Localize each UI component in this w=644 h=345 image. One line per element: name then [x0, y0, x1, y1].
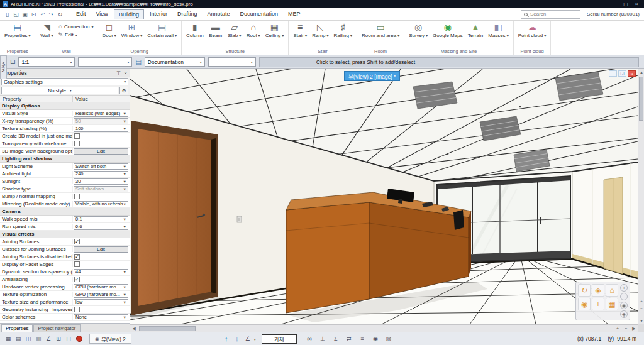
ortho-icon[interactable]: ⊥ [318, 334, 327, 343]
ribbon-button-properties[interactable]: ▤Properties▾ [3, 21, 32, 39]
model-space-icon[interactable]: ◻ [64, 334, 73, 343]
property-row[interactable]: Visual StyleRealistic (with edges)▼ [0, 110, 130, 118]
view-tab[interactable]: ◉ 뷰(View) 2 [89, 334, 131, 344]
property-dropdown[interactable]: Visible, with no refresh▼ [74, 201, 128, 207]
property-dropdown[interactable]: 44▼ [74, 269, 128, 275]
property-row[interactable]: Display of Facet Edges [0, 261, 130, 268]
tab-edit[interactable]: Edit [72, 9, 91, 19]
search-input[interactable]: Search [521, 10, 580, 19]
viewport-title-badge[interactable]: 뷰(View) 2 [Image] * [344, 71, 400, 81]
split-view-icon[interactable]: ◫ [24, 334, 33, 343]
new-file-icon[interactable]: ▯ [3, 11, 11, 18]
property-section-row[interactable]: Visual effects [0, 231, 130, 238]
chevron-down-icon[interactable]: ▾ [254, 337, 256, 341]
layout-icon[interactable]: ▤ [14, 334, 23, 343]
ribbon-button-railing[interactable]: ♯Railing▾ [332, 21, 354, 39]
visibility-icon[interactable]: ◉ [371, 334, 380, 343]
property-dropdown[interactable]: 0.6▼ [74, 224, 128, 230]
window-close-button[interactable]: × [631, 1, 641, 8]
property-row[interactable]: Bump / normal mapping [0, 193, 130, 200]
property-row[interactable]: Ambient light240▼ [0, 170, 130, 178]
tab-documentation[interactable]: Documentation [235, 9, 282, 19]
property-dropdown[interactable]: 0.1▼ [74, 216, 128, 222]
eye-icon[interactable]: ◉ [620, 302, 628, 309]
property-dropdown[interactable]: GPU (hardware mo...▼ [74, 292, 128, 298]
ribbon-button-ramp[interactable]: ◺Ramp▾ [310, 21, 330, 39]
3d-scene-canvas[interactable] [130, 69, 638, 324]
view-side-tab[interactable]: View [0, 55, 7, 79]
ribbon-button-roof[interactable]: ⌂Roof▾ [245, 21, 262, 39]
property-row[interactable]: X-ray transparency (%)50▼ [0, 118, 130, 125]
property-row[interactable]: Antialiasing✓ [0, 276, 130, 283]
open-file-icon[interactable]: ◱ [12, 11, 20, 18]
viewport-minimize-button[interactable]: ─ [609, 70, 617, 77]
property-section-row[interactable]: Lighting and shadow [0, 155, 130, 163]
property-row[interactable]: Color schemesNone▼ [0, 314, 130, 321]
property-row[interactable]: Texture size and performancelow▼ [0, 298, 130, 306]
ribbon-button-edit[interactable]: ✎Edit▾ [57, 31, 94, 38]
layers-view-icon[interactable]: ▦ [606, 298, 618, 310]
undo-icon[interactable]: ↶ [38, 11, 47, 18]
tab-annotate[interactable]: Annotate [203, 9, 234, 19]
property-row[interactable]: 3D Image View background optionsEdit [0, 148, 130, 155]
save-icon[interactable]: ▣ [21, 11, 29, 18]
property-section-row[interactable]: Display Options [0, 102, 130, 110]
viewport-restore-button[interactable]: ◱ [618, 70, 626, 77]
move-down-icon[interactable]: ↓ [233, 335, 242, 342]
vertical-scroll-thumb[interactable] [639, 77, 643, 121]
horizontal-scrollbar[interactable]: ◀ + − ▶ [130, 324, 638, 332]
ribbon-button-beam[interactable]: ▬Beam [207, 21, 225, 39]
command-input[interactable]: 가제 [262, 334, 297, 344]
redo-icon[interactable]: ↷ [47, 11, 55, 18]
ribbon-button-google-maps[interactable]: ◉Google Maps [431, 21, 465, 39]
pin-icon[interactable]: ⊤ [116, 70, 121, 76]
window-minimize-button[interactable]: ─ [610, 1, 620, 8]
property-row[interactable]: Hardware vertex processingGPU (hardware … [0, 283, 130, 291]
property-row[interactable]: Walk speed m/s0.1▼ [0, 216, 130, 223]
property-row[interactable]: Classes for Joining SurfacesEdit [0, 246, 130, 253]
property-row[interactable]: Geometry instancing - improves the... [0, 306, 130, 314]
tab-interior[interactable]: Interior [145, 9, 172, 19]
sum-icon[interactable]: Σ [331, 334, 340, 343]
property-section-row[interactable]: Camera [0, 208, 130, 216]
hatch-icon[interactable]: ▧ [384, 334, 393, 343]
property-row[interactable]: Texture optimizationGPU (hardware mo...▼ [0, 291, 130, 298]
edit-button[interactable]: Edit [74, 246, 128, 253]
cube-views-icon[interactable]: ◈ [592, 284, 604, 297]
ribbon-button-stair[interactable]: ≡Stair▾ [291, 21, 309, 39]
tab-drafting[interactable]: Drafting [173, 9, 202, 19]
property-dropdown[interactable]: Realistic (with edges)▼ [74, 111, 128, 117]
tab-building[interactable]: Building [114, 9, 144, 19]
filter-combo[interactable]: ▾ [208, 57, 256, 67]
ribbon-button-slab[interactable]: ▱Slab▾ [226, 21, 243, 39]
scroll-up-icon[interactable]: ▲ [638, 69, 644, 75]
ribbon-button-window[interactable]: ⊞Window▾ [119, 21, 144, 39]
horizontal-scroll-thumb[interactable] [139, 326, 196, 331]
property-row[interactable]: Sunlight30▼ [0, 178, 130, 185]
zoom-out-icon[interactable]: − [638, 305, 644, 311]
zoom-in-icon[interactable]: + [620, 284, 628, 292]
sheets-icon[interactable]: ▥ [34, 334, 43, 343]
property-checkbox[interactable] [74, 307, 80, 312]
snap-indicator-icon[interactable] [76, 336, 82, 342]
vertical-scrollbar[interactable]: ▲ + − ▼ [638, 69, 644, 324]
property-dropdown[interactable]: Soft shadows▼ [74, 186, 128, 192]
ribbon-button-curtain-wall[interactable]: ▤Curtain wall▾ [145, 21, 179, 39]
property-dropdown[interactable]: 240▼ [74, 171, 128, 177]
property-checkbox[interactable]: ✓ [74, 277, 80, 282]
orbit-icon[interactable]: ↻ [578, 284, 591, 297]
panel-close-icon[interactable]: × [124, 70, 127, 76]
tracking-icon[interactable]: ◎ [305, 334, 314, 343]
wall-switch[interactable] [237, 216, 242, 222]
property-row[interactable]: Shadow typeSoft shadows▼ [0, 185, 130, 193]
home-view-icon[interactable]: ⌂ [606, 284, 618, 297]
property-dropdown[interactable]: None▼ [74, 314, 128, 320]
angle-icon[interactable]: ∠ [243, 334, 252, 343]
viewport-close-button[interactable]: × [628, 70, 636, 77]
property-row[interactable]: Texture shading (%)100▼ [0, 125, 130, 133]
zoom-in-icon[interactable]: + [638, 298, 644, 304]
grid-icon[interactable]: ⊞ [54, 334, 63, 343]
property-dropdown[interactable]: GPU (hardware mo...▼ [74, 284, 128, 290]
ribbon-button-ceiling[interactable]: ▦Ceiling▾ [264, 21, 286, 39]
property-row[interactable]: Create 3D model in just one materia... [0, 133, 130, 140]
